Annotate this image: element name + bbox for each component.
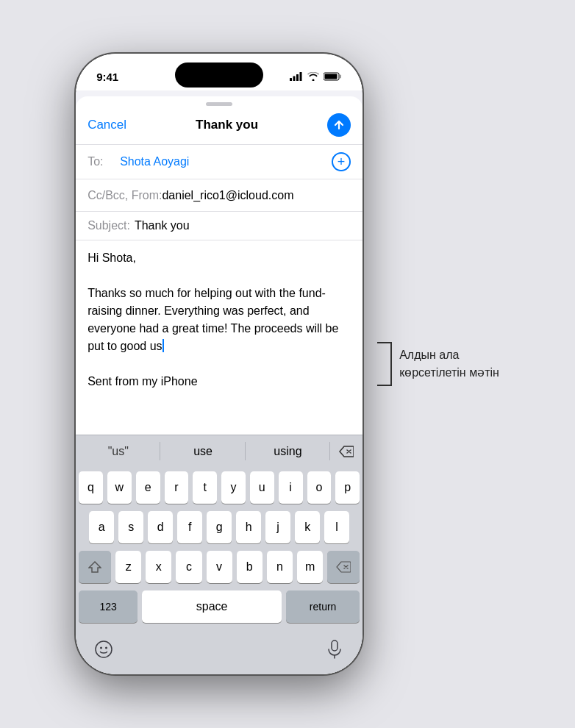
key-d[interactable]: d [148,511,173,543]
body-greeting: Hi Shota, [88,249,351,267]
phone-screen: 9:41 [76,54,362,674]
svg-rect-1 [293,76,296,82]
body-signature: Sent from my iPhone [88,373,351,390]
page-wrapper: 9:41 [76,54,499,674]
keyboard-row-3: z x c v b n m [79,551,360,583]
sheet-handle [206,102,232,106]
key-q[interactable]: q [79,471,103,504]
key-t[interactable]: t [193,471,217,504]
svg-rect-2 [296,74,299,81]
key-c[interactable]: c [176,551,201,583]
key-p[interactable]: p [335,471,360,504]
svg-point-8 [100,647,102,649]
cc-bcc-field[interactable]: Cc/Bcc, From: daniel_rico1@icloud.com [76,179,362,212]
svg-rect-10 [332,640,338,651]
annotation-line: Алдын ала көрсетілетін мәтін [377,342,499,386]
predictive-backspace-button[interactable] [330,446,362,457]
keyboard-bottom-row [79,630,360,671]
key-o[interactable]: o [307,471,332,504]
svg-rect-3 [300,72,302,81]
to-label: To: [88,155,120,168]
emoji-key[interactable] [88,633,120,665]
space-key[interactable]: space [142,590,282,623]
key-n[interactable]: n [267,551,293,583]
key-i[interactable]: i [279,471,303,504]
microphone-key[interactable] [318,633,351,665]
key-k[interactable]: k [295,511,320,543]
key-l[interactable]: l [324,511,349,543]
key-h[interactable]: h [236,511,261,543]
annotation-text: Алдын ала көрсетілетін мәтін [399,346,499,382]
subject-field[interactable]: Subject: Thank you [76,212,362,240]
key-z[interactable]: z [115,551,141,583]
subject-label: Subject: [88,219,130,232]
key-e[interactable]: e [136,471,160,504]
to-field[interactable]: To: Shota Aoyagi + [76,145,362,179]
subject-value: Thank you [135,219,190,232]
phone-frame: 9:41 [76,54,362,674]
annotation: Алдын ала көрсетілетін мәтін [377,342,499,386]
keyboard-row-4: 123 space return [79,590,360,623]
svg-point-9 [105,647,107,649]
predictive-item-2[interactable]: using [246,435,330,467]
status-time: 9:41 [96,71,118,83]
shift-key[interactable] [79,551,111,583]
compose-sheet: Cancel Thank you To: Shota Aoyagi + [76,96,362,674]
key-r[interactable]: r [165,471,189,504]
dynamic-island [175,63,263,88]
wifi-icon [307,72,319,81]
compose-title: Thank you [196,118,258,132]
key-j[interactable]: j [265,511,290,543]
predictive-item-0[interactable]: "us" [76,435,160,467]
compose-body[interactable]: Hi Shota, Thanks so much for helping out… [76,240,362,435]
return-key[interactable]: return [286,590,360,623]
key-x[interactable]: x [146,551,171,583]
svg-rect-0 [290,78,292,81]
cc-bcc-value: daniel_rico1@icloud.com [162,189,351,202]
key-y[interactable]: y [221,471,246,504]
key-a[interactable]: a [89,511,114,543]
key-f[interactable]: f [177,511,202,543]
add-recipient-button[interactable]: + [332,152,351,171]
body-paragraph: Thanks so much for helping out with the … [88,285,351,355]
signal-icon [290,72,303,81]
backspace-key[interactable] [327,551,360,583]
key-s[interactable]: s [118,511,143,543]
key-b[interactable]: b [237,551,262,583]
key-v[interactable]: v [207,551,232,583]
annotation-bracket [377,342,392,386]
key-g[interactable]: g [207,511,232,543]
cancel-button[interactable]: Cancel [88,118,126,132]
battery-icon [324,72,342,81]
to-value: Shota Aoyagi [120,155,332,168]
status-icons [290,72,342,81]
numbers-key[interactable]: 123 [79,590,138,623]
key-u[interactable]: u [250,471,274,504]
key-w[interactable]: w [107,471,132,504]
annotation-line1: Алдын ала [399,346,499,364]
svg-rect-5 [340,75,341,79]
keyboard-row-2: a s d f g h j k l [79,511,360,543]
predictive-item-1[interactable]: use [160,435,245,467]
svg-rect-6 [325,74,338,79]
send-button[interactable] [327,113,351,137]
predictive-bar: "us" use using [76,435,362,467]
key-m[interactable]: m [297,551,323,583]
keyboard: q w e r t y u i o p a s [76,467,362,674]
annotation-line2: көрсетілетін мәтін [399,364,499,382]
cc-bcc-label: Cc/Bcc, From: [88,189,162,202]
svg-point-7 [96,641,112,657]
keyboard-row-1: q w e r t y u i o p [79,471,360,504]
compose-header: Cancel Thank you [76,110,362,145]
